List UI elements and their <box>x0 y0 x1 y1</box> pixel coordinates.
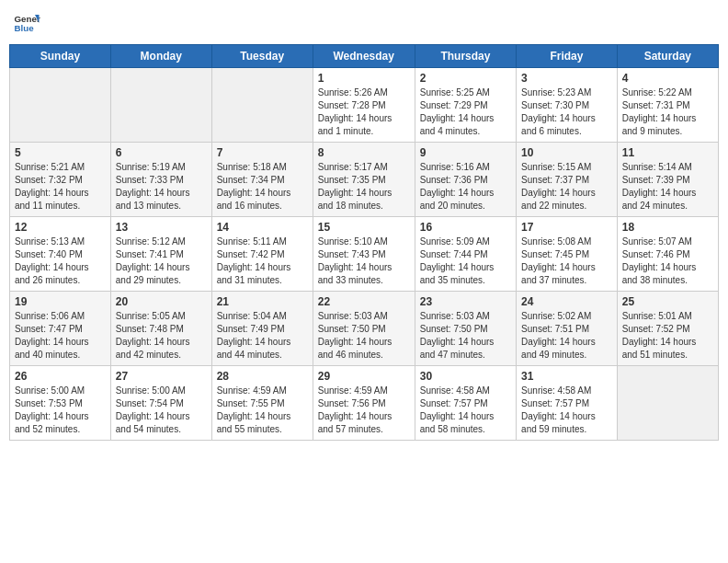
day-info: Sunrise: 5:19 AMSunset: 7:33 PMDaylight:… <box>116 161 207 213</box>
calendar-cell: 29Sunrise: 4:59 AMSunset: 7:56 PMDayligh… <box>313 366 415 441</box>
day-header-saturday: Saturday <box>617 45 718 68</box>
calendar-cell: 19Sunrise: 5:06 AMSunset: 7:47 PMDayligh… <box>10 292 111 366</box>
day-info: Sunrise: 5:12 AMSunset: 7:41 PMDaylight:… <box>116 236 207 287</box>
day-info: Sunrise: 5:16 AMSunset: 7:36 PMDaylight:… <box>420 161 511 213</box>
day-info: Sunrise: 5:17 AMSunset: 7:35 PMDaylight:… <box>318 161 410 213</box>
day-info: Sunrise: 4:58 AMSunset: 7:57 PMDaylight:… <box>521 385 612 436</box>
day-info: Sunrise: 5:03 AMSunset: 7:50 PMDaylight:… <box>318 310 410 362</box>
day-number: 2 <box>420 72 511 85</box>
calendar-cell: 25Sunrise: 5:01 AMSunset: 7:52 PMDayligh… <box>617 292 718 366</box>
calendar-cell: 28Sunrise: 4:59 AMSunset: 7:55 PMDayligh… <box>211 366 313 441</box>
calendar-cell: 14Sunrise: 5:11 AMSunset: 7:42 PMDayligh… <box>211 217 313 292</box>
day-info: Sunrise: 5:22 AMSunset: 7:31 PMDaylight:… <box>622 86 713 138</box>
calendar-cell: 30Sunrise: 4:58 AMSunset: 7:57 PMDayligh… <box>415 366 516 441</box>
logo-icon: General Blue <box>13 9 40 37</box>
day-number: 28 <box>217 370 308 383</box>
calendar-cell <box>10 68 111 143</box>
day-number: 9 <box>420 146 511 159</box>
calendar-cell: 9Sunrise: 5:16 AMSunset: 7:36 PMDaylight… <box>415 143 516 217</box>
day-number: 29 <box>318 370 410 383</box>
day-header-monday: Monday <box>110 45 211 68</box>
calendar-cell <box>110 68 211 143</box>
day-number: 21 <box>217 295 308 308</box>
day-header-sunday: Sunday <box>10 45 111 68</box>
calendar-cell: 1Sunrise: 5:26 AMSunset: 7:28 PMDaylight… <box>313 68 415 143</box>
calendar-cell <box>211 68 313 143</box>
day-info: Sunrise: 5:18 AMSunset: 7:34 PMDaylight:… <box>217 161 308 213</box>
day-header-thursday: Thursday <box>415 45 516 68</box>
day-info: Sunrise: 5:15 AMSunset: 7:37 PMDaylight:… <box>521 161 612 213</box>
day-info: Sunrise: 5:05 AMSunset: 7:48 PMDaylight:… <box>116 310 207 362</box>
day-number: 16 <box>420 221 511 234</box>
day-number: 26 <box>15 370 106 383</box>
day-number: 30 <box>420 370 511 383</box>
logo: General Blue <box>13 9 42 37</box>
calendar-cell: 24Sunrise: 5:02 AMSunset: 7:51 PMDayligh… <box>517 292 618 366</box>
day-number: 5 <box>15 146 106 159</box>
day-info: Sunrise: 5:06 AMSunset: 7:47 PMDaylight:… <box>15 310 106 362</box>
calendar-body: 1Sunrise: 5:26 AMSunset: 7:28 PMDaylight… <box>10 68 719 441</box>
week-row-3: 12Sunrise: 5:13 AMSunset: 7:40 PMDayligh… <box>10 217 719 292</box>
day-info: Sunrise: 4:58 AMSunset: 7:57 PMDaylight:… <box>420 385 511 436</box>
header-row: SundayMondayTuesdayWednesdayThursdayFrid… <box>10 45 719 68</box>
calendar-cell: 17Sunrise: 5:08 AMSunset: 7:45 PMDayligh… <box>517 217 618 292</box>
calendar-cell <box>617 366 718 441</box>
day-info: Sunrise: 4:59 AMSunset: 7:55 PMDaylight:… <box>217 385 308 436</box>
day-number: 3 <box>521 72 612 85</box>
day-number: 7 <box>217 146 308 159</box>
svg-text:Blue: Blue <box>15 23 35 33</box>
week-row-4: 19Sunrise: 5:06 AMSunset: 7:47 PMDayligh… <box>10 292 719 366</box>
calendar-cell: 4Sunrise: 5:22 AMSunset: 7:31 PMDaylight… <box>617 68 718 143</box>
day-number: 1 <box>318 72 410 85</box>
calendar-cell: 6Sunrise: 5:19 AMSunset: 7:33 PMDaylight… <box>110 143 211 217</box>
day-number: 19 <box>15 295 106 308</box>
week-row-2: 5Sunrise: 5:21 AMSunset: 7:32 PMDaylight… <box>10 143 719 217</box>
calendar-cell: 12Sunrise: 5:13 AMSunset: 7:40 PMDayligh… <box>10 217 111 292</box>
calendar-cell: 13Sunrise: 5:12 AMSunset: 7:41 PMDayligh… <box>110 217 211 292</box>
day-number: 4 <box>622 72 713 85</box>
day-number: 27 <box>116 370 207 383</box>
day-info: Sunrise: 5:10 AMSunset: 7:43 PMDaylight:… <box>318 236 410 287</box>
calendar-cell: 10Sunrise: 5:15 AMSunset: 7:37 PMDayligh… <box>517 143 618 217</box>
calendar-cell: 11Sunrise: 5:14 AMSunset: 7:39 PMDayligh… <box>617 143 718 217</box>
day-info: Sunrise: 5:03 AMSunset: 7:50 PMDaylight:… <box>420 310 511 362</box>
day-info: Sunrise: 5:02 AMSunset: 7:51 PMDaylight:… <box>521 310 612 362</box>
day-info: Sunrise: 5:04 AMSunset: 7:49 PMDaylight:… <box>217 310 308 362</box>
page-header: General Blue <box>9 9 719 37</box>
day-number: 18 <box>622 221 713 234</box>
week-row-5: 26Sunrise: 5:00 AMSunset: 7:53 PMDayligh… <box>10 366 719 441</box>
day-number: 14 <box>217 221 308 234</box>
day-number: 20 <box>116 295 207 308</box>
day-info: Sunrise: 5:11 AMSunset: 7:42 PMDaylight:… <box>217 236 308 287</box>
calendar-cell: 22Sunrise: 5:03 AMSunset: 7:50 PMDayligh… <box>313 292 415 366</box>
calendar-cell: 2Sunrise: 5:25 AMSunset: 7:29 PMDaylight… <box>415 68 516 143</box>
day-info: Sunrise: 5:25 AMSunset: 7:29 PMDaylight:… <box>420 86 511 138</box>
day-number: 31 <box>521 370 612 383</box>
day-info: Sunrise: 5:00 AMSunset: 7:54 PMDaylight:… <box>116 385 207 436</box>
day-number: 22 <box>318 295 410 308</box>
day-info: Sunrise: 5:14 AMSunset: 7:39 PMDaylight:… <box>622 161 713 213</box>
day-info: Sunrise: 5:26 AMSunset: 7:28 PMDaylight:… <box>318 86 410 138</box>
day-info: Sunrise: 4:59 AMSunset: 7:56 PMDaylight:… <box>318 385 410 436</box>
day-number: 12 <box>15 221 106 234</box>
calendar-cell: 18Sunrise: 5:07 AMSunset: 7:46 PMDayligh… <box>617 217 718 292</box>
day-number: 15 <box>318 221 410 234</box>
day-info: Sunrise: 5:08 AMSunset: 7:45 PMDaylight:… <box>521 236 612 287</box>
calendar-cell: 16Sunrise: 5:09 AMSunset: 7:44 PMDayligh… <box>415 217 516 292</box>
day-info: Sunrise: 5:09 AMSunset: 7:44 PMDaylight:… <box>420 236 511 287</box>
calendar-cell: 21Sunrise: 5:04 AMSunset: 7:49 PMDayligh… <box>211 292 313 366</box>
day-info: Sunrise: 5:13 AMSunset: 7:40 PMDaylight:… <box>15 236 106 287</box>
calendar-cell: 5Sunrise: 5:21 AMSunset: 7:32 PMDaylight… <box>10 143 111 217</box>
calendar-cell: 8Sunrise: 5:17 AMSunset: 7:35 PMDaylight… <box>313 143 415 217</box>
day-info: Sunrise: 5:01 AMSunset: 7:52 PMDaylight:… <box>622 310 713 362</box>
day-header-friday: Friday <box>517 45 618 68</box>
calendar-cell: 7Sunrise: 5:18 AMSunset: 7:34 PMDaylight… <box>211 143 313 217</box>
calendar-table: SundayMondayTuesdayWednesdayThursdayFrid… <box>9 44 719 441</box>
day-info: Sunrise: 5:00 AMSunset: 7:53 PMDaylight:… <box>15 385 106 436</box>
day-number: 11 <box>622 146 713 159</box>
day-info: Sunrise: 5:21 AMSunset: 7:32 PMDaylight:… <box>15 161 106 213</box>
calendar-cell: 3Sunrise: 5:23 AMSunset: 7:30 PMDaylight… <box>517 68 618 143</box>
day-number: 6 <box>116 146 207 159</box>
week-row-1: 1Sunrise: 5:26 AMSunset: 7:28 PMDaylight… <box>10 68 719 143</box>
day-info: Sunrise: 5:07 AMSunset: 7:46 PMDaylight:… <box>622 236 713 287</box>
